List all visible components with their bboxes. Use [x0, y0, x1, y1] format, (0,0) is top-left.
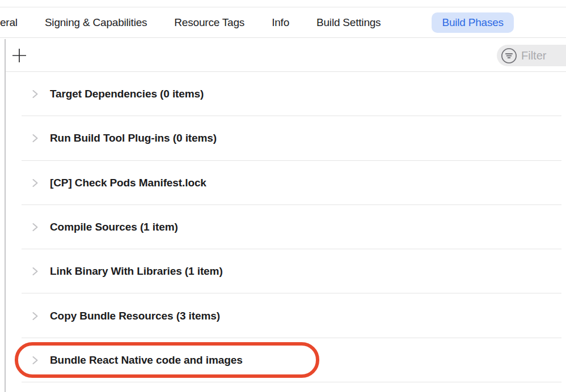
build-phase-row[interactable]: Target Dependencies (0 items) — [6, 72, 566, 116]
build-phase-row[interactable]: Bundle React Native code and images — [6, 338, 566, 382]
target-editor-tab[interactable]: Resource Tags — [174, 16, 244, 29]
build-phase-row[interactable]: [CP] Check Pods Manifest.lock — [6, 161, 566, 205]
chevron-right-icon[interactable] — [31, 134, 39, 143]
chevron-right-icon[interactable] — [31, 90, 39, 99]
filter-field[interactable]: Filter — [497, 45, 566, 66]
build-phases-toolbar: Filter — [6, 39, 566, 72]
build-phase-title: [CP] Check Pods Manifest.lock — [50, 177, 206, 189]
chevron-right-icon[interactable] — [31, 355, 39, 365]
plus-icon — [11, 48, 27, 63]
build-phase-title: Run Build Tool Plug-ins (0 items) — [50, 132, 217, 144]
chevron-right-icon[interactable] — [31, 267, 39, 276]
build-phases-panel: Filter Target Dependencies (0 items) — [5, 39, 566, 392]
add-build-phase-button[interactable] — [10, 46, 28, 65]
chevron-right-icon[interactable] — [31, 178, 39, 188]
window-top-strip — [0, 0, 566, 7]
build-phase-row[interactable]: Copy Bundle Resources (3 items) — [6, 293, 566, 338]
build-phase-row[interactable]: Run Build Tool Plug-ins (0 items) — [6, 116, 566, 160]
build-phases-list: Target Dependencies (0 items) Run Build … — [6, 72, 566, 382]
filter-circle-icon — [501, 48, 517, 64]
target-editor-tab[interactable]: Build Phases — [432, 12, 514, 33]
build-phase-title: Copy Bundle Resources (3 items) — [50, 310, 220, 322]
target-editor-tab[interactable]: Info — [272, 16, 289, 29]
build-phase-title: Compile Sources (1 item) — [50, 221, 178, 233]
chevron-right-icon[interactable] — [31, 311, 39, 321]
chevron-right-icon[interactable] — [31, 223, 39, 232]
target-editor-tab[interactable]: Signing & Capabilities — [45, 16, 147, 29]
build-phase-row[interactable]: Link Binary With Libraries (1 item) — [6, 249, 566, 293]
target-editor-tab-bar: eral Signing & Capabilities Resource Tag… — [0, 7, 566, 38]
xcode-target-editor: eral Signing & Capabilities Resource Tag… — [0, 0, 566, 392]
build-phase-title: Target Dependencies (0 items) — [50, 88, 204, 100]
filter-placeholder: Filter — [521, 49, 546, 62]
build-phase-title: Bundle React Native code and images — [50, 354, 243, 367]
build-phase-row[interactable]: Compile Sources (1 item) — [6, 205, 566, 249]
build-phase-title: Link Binary With Libraries (1 item) — [50, 265, 223, 278]
target-editor-tab[interactable]: Build Settings — [316, 16, 381, 29]
target-editor-tab[interactable]: eral — [0, 16, 18, 29]
